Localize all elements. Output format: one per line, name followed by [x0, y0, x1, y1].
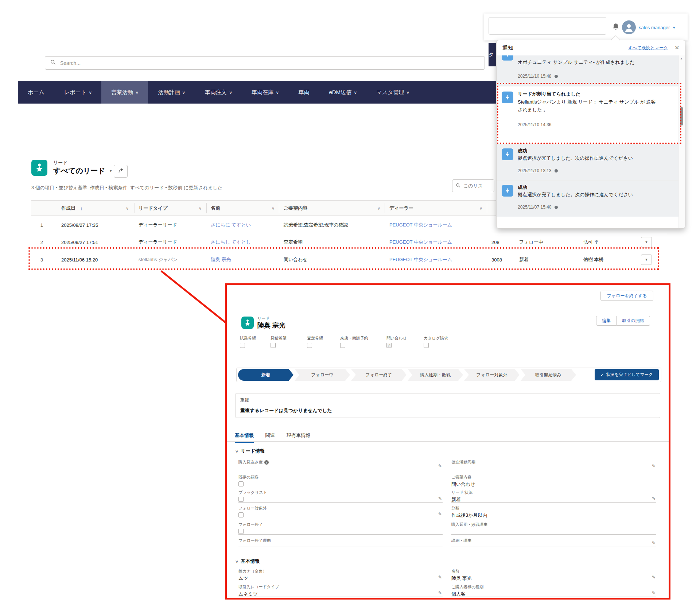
nav-item-reports[interactable]: レポート∨ [54, 81, 101, 104]
nav-item-vehicle[interactable]: 車両 [288, 81, 319, 104]
chevron-down-icon[interactable]: ∨ [377, 206, 380, 210]
scrollbar-thumb[interactable] [680, 107, 683, 125]
field-buyer-type[interactable]: ご購入者様の種別 個人客 ✎ [451, 584, 656, 597]
path-stage-new[interactable]: 新着 [238, 369, 293, 381]
list-search-box[interactable]: このリス [452, 179, 494, 192]
global-search-input[interactable] [59, 60, 389, 66]
field-purchase-likelihood[interactable]: 購入見込み度i ✎ [238, 459, 443, 470]
notification-item-highlighted[interactable]: リードが割り当てられました Stellantisジャパンより 新規 リード： サ… [497, 86, 679, 144]
checkbox[interactable] [238, 481, 244, 486]
field-classification[interactable]: 分類 作成後3か月以内 [451, 505, 656, 518]
close-icon[interactable]: ✕ [674, 44, 679, 51]
edit-pencil-icon[interactable]: ✎ [652, 464, 656, 469]
nav-item-edm[interactable]: eDM送信∨ [319, 81, 366, 104]
chevron-down-icon[interactable]: ∨ [199, 206, 202, 210]
list-view-title[interactable]: すべてのリード ▼ [53, 166, 113, 176]
path-stage-follow-end[interactable]: フォロー終了 [351, 369, 407, 381]
cell-name-link[interactable]: さにちし てすとし [211, 239, 251, 245]
global-search[interactable] [45, 56, 485, 70]
row-actions-button[interactable]: ▼ [641, 237, 652, 247]
checkbox[interactable] [238, 512, 244, 517]
cell-name-link[interactable]: さにちに てすとい [211, 222, 251, 228]
cell-dealer-link[interactable]: PEUGEOT 中央ショールーム [389, 256, 452, 263]
mark-all-read-link[interactable]: すべて既読とマーク [628, 45, 668, 51]
cell-name-link[interactable]: 陸奥 宗光 [211, 256, 231, 263]
column-divider[interactable] [487, 203, 487, 213]
checkbox[interactable] [424, 343, 429, 348]
nav-item-vehicle-stock[interactable]: 車両在庫∨ [242, 81, 288, 104]
nav-item-home[interactable]: ホーム [18, 81, 54, 104]
field-postpone-reason[interactable]: 購入延期・敗戦理由 [451, 522, 656, 535]
field-account-record-type[interactable]: 取引先レコードタイプ ムネミツ ✎ [238, 584, 443, 597]
cell-dealer-link[interactable]: PEUGEOT 中央ショールーム [389, 222, 452, 228]
nav-item-master[interactable]: マスタ管理∨ [366, 81, 419, 104]
start-deal-button[interactable]: 取引の開始 [617, 316, 650, 326]
edit-pencil-icon[interactable]: ✎ [652, 590, 656, 596]
path-stage-following[interactable]: フォロー中 [295, 369, 350, 381]
column-header-leadtype[interactable]: リードタイプ [139, 205, 168, 212]
column-divider[interactable] [135, 203, 135, 213]
mark-complete-button[interactable]: ✓ 状況を完了としてマーク [595, 369, 659, 380]
field-blacklist[interactable]: ブラックリスト ✎ [238, 490, 443, 503]
edit-pencil-icon[interactable]: ✎ [438, 590, 442, 596]
edit-pencil-icon[interactable]: ✎ [652, 575, 656, 580]
checkbox[interactable] [238, 497, 244, 502]
chevron-down-icon[interactable]: ▼ [109, 169, 113, 173]
pin-button[interactable] [114, 165, 128, 178]
edit-pencil-icon[interactable]: ✎ [652, 540, 656, 546]
scroll-up-icon[interactable]: ▲ [680, 57, 683, 60]
edit-pencil-icon[interactable]: ✎ [652, 496, 656, 501]
checkbox-checked[interactable]: ✓ [386, 343, 392, 348]
checkbox[interactable] [240, 343, 245, 348]
field-last-name-kana[interactable]: 姓カナ（全角） ムツ ✎ [238, 569, 443, 581]
chevron-down-icon[interactable]: ∨ [272, 206, 275, 210]
field-follow-end-reason[interactable]: フォロー終了理由 [238, 538, 443, 547]
edit-pencil-icon[interactable]: ✎ [438, 512, 442, 517]
checkbox[interactable] [340, 343, 345, 348]
column-divider[interactable] [206, 203, 207, 213]
end-follow-button[interactable]: フォローを終了する [600, 291, 653, 301]
column-divider[interactable] [385, 203, 385, 213]
header-search-input[interactable] [489, 17, 606, 35]
path-stage-excluded[interactable]: フォロー対象外 [464, 369, 520, 381]
column-header-dealer[interactable]: ディーラー [389, 205, 413, 212]
notification-item[interactable]: オポチュニティ サンプル サニティ- が作成されました 2025/11/10 1… [497, 55, 679, 86]
checkbox[interactable] [238, 529, 244, 534]
avatar[interactable] [622, 20, 636, 34]
path-stage-postponed[interactable]: 購入延期・敗戦 [408, 369, 463, 381]
notification-bell-icon[interactable] [611, 22, 620, 33]
section-lead-info[interactable]: ∨ リード情報 [236, 448, 265, 454]
notification-item[interactable]: 成功 拠点選択が完了しました。次の操作に進んでください 2025/11/07 1… [497, 180, 679, 217]
edit-pencil-icon[interactable]: ✎ [438, 464, 442, 469]
nav-item-vehicle-order[interactable]: 車両注文∨ [195, 81, 242, 104]
info-icon[interactable]: i [264, 460, 269, 465]
column-header-created[interactable]: 作成日 [61, 205, 75, 212]
column-header-name[interactable]: 名前 [211, 205, 220, 212]
column-header-request[interactable]: ご要望内容 [284, 205, 307, 212]
table-row[interactable]: 3 2025/11/06 15:20 stellantis ジャパン 陸奥 宗光… [31, 250, 667, 269]
field-request-content[interactable]: ご要望内容 問い合わせ [451, 474, 656, 487]
field-name[interactable]: 名前 陸奥 宗光 ✎ [451, 569, 656, 581]
path-stage-deal-started[interactable]: 取引開始済み [521, 369, 576, 381]
row-actions-button[interactable]: ▼ [641, 254, 652, 265]
user-menu[interactable]: sales manager ▼ [639, 25, 676, 30]
field-promotion-cycle[interactable]: 促進活動周期 ✎ [451, 459, 656, 470]
edit-pencil-icon[interactable]: ✎ [438, 575, 442, 580]
chevron-down-icon[interactable]: ∨ [126, 206, 129, 210]
checkbox[interactable] [271, 343, 276, 348]
panel-scrollbar[interactable]: ▲ [678, 55, 685, 228]
notification-item[interactable]: 成功 拠点選択が完了しました。次の操作に進んでください 2025/11/10 1… [497, 144, 679, 180]
checkbox[interactable] [307, 343, 312, 348]
table-row[interactable]: 2 2025/09/27 17:51 ディーラーリード さにちし てすとし 査定… [31, 234, 667, 250]
nav-item-sales-activity[interactable]: 営業活動∨ [101, 81, 148, 104]
edit-pencil-icon[interactable]: ✎ [438, 496, 442, 501]
nav-item-activity-plan[interactable]: 活動計画∨ [148, 81, 195, 104]
section-basic-info[interactable]: ∨ 基本情報 [236, 558, 260, 565]
field-existing-customer[interactable]: 既存の顧客 [238, 474, 443, 487]
edit-button[interactable]: 編集 [596, 316, 617, 326]
field-detail-reason[interactable]: 詳細・理由 ✎ [451, 538, 656, 547]
field-follow-excluded[interactable]: フォロー対象外 ✎ [238, 505, 443, 518]
cell-dealer-link[interactable]: PEUGEOT 中央ショールーム [389, 239, 452, 245]
column-divider[interactable] [279, 203, 279, 213]
chevron-down-icon[interactable]: ∨ [479, 206, 482, 210]
